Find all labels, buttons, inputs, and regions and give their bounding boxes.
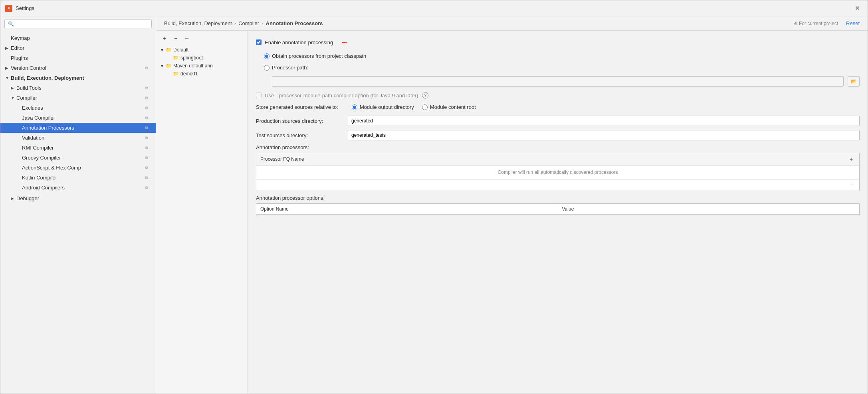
module-content-radio[interactable] <box>422 104 428 110</box>
tree-node-label: Default <box>173 47 188 53</box>
module-output-radio-label[interactable]: Module output directory <box>352 104 414 110</box>
module-output-radio[interactable] <box>352 104 357 110</box>
copy-icon: ⧉ <box>145 175 151 180</box>
app-icon: ✦ <box>5 5 12 12</box>
processor-path-input[interactable] <box>272 76 844 87</box>
tree-remove-button[interactable]: − <box>171 34 180 43</box>
tree-node-demo01[interactable]: 📁 demo01 <box>166 70 245 78</box>
option-name-col: Option Name <box>256 204 558 215</box>
production-sources-input[interactable] <box>348 116 860 126</box>
enable-annotation-checkbox[interactable] <box>256 39 262 45</box>
processor-module-checkbox[interactable] <box>256 93 262 98</box>
test-sources-row: Test sources directory: <box>256 130 860 140</box>
sidebar-item-label: Build, Execution, Deployment <box>11 75 84 81</box>
copy-icon: ⧉ <box>145 106 151 110</box>
help-icon[interactable]: ? <box>422 92 428 98</box>
window-title: Settings <box>16 5 34 11</box>
sidebar-item-build-tools[interactable]: ▶ Build Tools ⧉ <box>0 83 156 93</box>
sidebar-item-label: Validation <box>22 135 44 141</box>
folder-icon: 📁 <box>173 71 179 77</box>
copy-icon: ⧉ <box>145 86 151 91</box>
copy-icon: ⧉ <box>145 156 151 160</box>
module-content-text: Module content root <box>430 104 476 110</box>
sidebar-item-annotation-processors[interactable]: Annotation Processors ⧉ <box>0 123 156 133</box>
tree-node-default[interactable]: ▼ 📁 Default <box>159 46 245 54</box>
sidebar-item-plugins[interactable]: Plugins <box>0 53 156 63</box>
sidebar-item-label: Kotlin Compiler <box>22 175 57 181</box>
processor-module-row: Use --processor-module-path compiler opt… <box>256 92 860 98</box>
store-generated-radio-group: Module output directory Module content r… <box>352 104 476 110</box>
processor-path-radio-label[interactable]: Processor path: <box>264 65 308 71</box>
right-panel: Build, Execution, Deployment › Compiler … <box>156 16 868 394</box>
tree-add-button[interactable]: + <box>160 34 169 43</box>
reset-button[interactable]: Reset <box>846 20 860 26</box>
processor-module-label[interactable]: Use --processor-module-path compiler opt… <box>256 93 418 98</box>
panel-body: + − → ▼ 📁 Default 📁 spring <box>156 31 868 394</box>
processor-path-text: Processor path: <box>272 65 308 71</box>
sidebar-item-label: ActionScript & Flex Comp <box>22 165 81 171</box>
sidebar-item-label: Annotation Processors <box>22 125 74 131</box>
sidebar-item-keymap[interactable]: Keymap <box>0 33 156 43</box>
sidebar-item-actionscript-flex[interactable]: ActionScript & Flex Comp ⧉ <box>0 163 156 173</box>
search-input[interactable] <box>16 21 148 27</box>
copy-icon: ⧉ <box>145 146 151 150</box>
sidebar-item-label: Java Compiler <box>22 115 55 121</box>
breadcrumb-part-2: Compiler <box>238 20 259 26</box>
tree-node-label: Maven default ann <box>173 63 213 69</box>
sidebar-item-java-compiler[interactable]: Java Compiler ⧉ <box>0 113 156 123</box>
test-sources-label: Test sources directory: <box>256 132 344 138</box>
search-box: 🔍 <box>4 20 152 28</box>
sidebar-item-version-control[interactable]: ▶ Version Control ⧉ <box>0 63 156 73</box>
copy-icon: ⧉ <box>145 165 151 170</box>
arrow-icon: ▶ <box>5 66 11 70</box>
sidebar-item-excludes[interactable]: Excludes ⧉ <box>0 103 156 113</box>
sidebar-item-android-compilers[interactable]: Android Compilers ⧉ <box>0 183 156 193</box>
tree-node-maven-default[interactable]: ▼ 📁 Maven default ann <box>159 62 245 70</box>
tree-panel: + − → ▼ 📁 Default 📁 spring <box>156 31 248 394</box>
tree-child-springboot: 📁 springboot <box>166 54 245 62</box>
options-table-header: Option Name Value <box>256 204 859 215</box>
sidebar-item-rmi-compiler[interactable]: RMI Compiler ⧉ <box>0 143 156 153</box>
enable-annotation-text: Enable annotation processing <box>265 39 333 45</box>
nav-tree: Keymap ▶ Editor Plugins ▶ Version Contro… <box>0 32 156 394</box>
folder-browse-button[interactable]: 📂 <box>848 76 860 87</box>
left-panel: 🔍 Keymap ▶ Editor Plugins <box>0 16 156 394</box>
tree-node-springboot[interactable]: 📁 springboot <box>166 54 245 62</box>
close-button[interactable]: ✕ <box>852 3 863 14</box>
sidebar-item-label: Build Tools <box>16 85 42 91</box>
test-sources-input[interactable] <box>348 130 860 140</box>
sidebar-item-kotlin-compiler[interactable]: Kotlin Compiler ⧉ <box>0 173 156 183</box>
module-content-radio-label[interactable]: Module content root <box>422 104 476 110</box>
title-bar-left: ✦ Settings <box>5 5 34 12</box>
breadcrumb-current: Annotation Processors <box>266 20 323 26</box>
copy-icon: ⧉ <box>145 126 151 130</box>
enable-annotation-row: Enable annotation processing ← <box>256 37 860 47</box>
production-sources-label: Production sources directory: <box>256 118 344 124</box>
sidebar-item-build-exec-deploy[interactable]: ▼ Build, Execution, Deployment <box>0 73 156 83</box>
sidebar-item-debugger[interactable]: ▶ Debugger <box>0 193 156 203</box>
sidebar-item-compiler[interactable]: ▼ Compiler ⧉ <box>0 93 156 103</box>
copy-icon: ⧉ <box>145 116 151 120</box>
sidebar-item-editor[interactable]: ▶ Editor <box>0 43 156 53</box>
sidebar-item-groovy-compiler[interactable]: Groovy Compiler ⧉ <box>0 153 156 163</box>
processor-path-radio[interactable] <box>264 65 270 71</box>
enable-annotation-label[interactable]: Enable annotation processing <box>256 39 333 45</box>
settings-window: ✦ Settings ✕ 🔍 Keymap ▶ Editor <box>0 0 868 394</box>
obtain-classpath-text: Obtain processors from project classpath <box>272 53 366 59</box>
arrow-icon: ▶ <box>11 196 16 201</box>
processor-module-text: Use --processor-module-path compiler opt… <box>265 93 418 98</box>
arrow-icon: ▶ <box>11 86 16 90</box>
table-add-button[interactable]: + <box>847 155 855 163</box>
settings-content: Enable annotation processing ← Obtain pr… <box>248 31 868 394</box>
annotation-processor-options-label: Annotation processor options: <box>256 195 860 201</box>
copy-icon: ⧉ <box>145 96 151 100</box>
obtain-classpath-radio[interactable] <box>264 53 270 59</box>
options-table: Option Name Value <box>256 203 860 215</box>
table-remove-button[interactable]: − <box>848 181 856 189</box>
tree-navigate-button[interactable]: → <box>182 34 191 43</box>
project-icon: 🖥 <box>793 21 797 26</box>
obtain-classpath-radio-label[interactable]: Obtain processors from project classpath <box>264 53 366 59</box>
sidebar-item-validation[interactable]: Validation ⧉ <box>0 133 156 143</box>
sidebar-item-label: Editor <box>11 45 24 51</box>
title-bar: ✦ Settings ✕ <box>0 0 868 16</box>
